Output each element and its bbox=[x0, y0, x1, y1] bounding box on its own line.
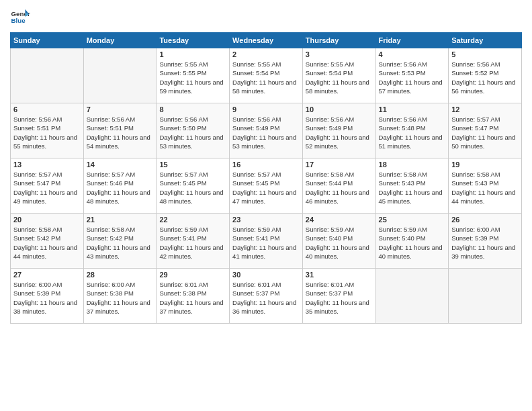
calendar-cell: 27Sunrise: 6:00 AM Sunset: 5:39 PM Dayli… bbox=[11, 269, 84, 324]
day-info: Sunrise: 5:57 AM Sunset: 5:47 PM Dayligh… bbox=[451, 115, 519, 150]
calendar-cell: 29Sunrise: 6:01 AM Sunset: 5:38 PM Dayli… bbox=[157, 269, 230, 324]
day-info: Sunrise: 5:56 AM Sunset: 5:50 PM Dayligh… bbox=[159, 115, 226, 150]
day-info: Sunrise: 5:56 AM Sunset: 5:51 PM Dayligh… bbox=[87, 115, 154, 150]
day-number: 24 bbox=[306, 216, 373, 224]
day-info: Sunrise: 5:58 AM Sunset: 5:42 PM Dayligh… bbox=[87, 225, 154, 261]
calendar-cell: 14Sunrise: 5:57 AM Sunset: 5:46 PM Dayli… bbox=[83, 158, 157, 214]
day-number: 17 bbox=[306, 161, 373, 169]
day-info: Sunrise: 5:59 AM Sunset: 5:41 PM Dayligh… bbox=[159, 225, 226, 261]
calendar-cell: 8Sunrise: 5:56 AM Sunset: 5:50 PM Daylig… bbox=[157, 103, 230, 158]
calendar-cell: 20Sunrise: 5:58 AM Sunset: 5:42 PM Dayli… bbox=[11, 214, 84, 269]
day-info: Sunrise: 6:00 AM Sunset: 5:39 PM Dayligh… bbox=[451, 225, 519, 261]
day-number: 31 bbox=[306, 271, 373, 279]
calendar-cell: 13Sunrise: 5:57 AM Sunset: 5:47 PM Dayli… bbox=[11, 158, 84, 214]
svg-text:Blue: Blue bbox=[11, 17, 26, 24]
calendar-cell: 30Sunrise: 6:01 AM Sunset: 5:37 PM Dayli… bbox=[230, 269, 303, 324]
day-number: 27 bbox=[13, 271, 81, 279]
calendar-cell: 7Sunrise: 5:56 AM Sunset: 5:51 PM Daylig… bbox=[83, 103, 157, 158]
day-info: Sunrise: 5:55 AM Sunset: 5:55 PM Dayligh… bbox=[159, 60, 226, 95]
calendar-cell: 18Sunrise: 5:58 AM Sunset: 5:43 PM Dayli… bbox=[375, 158, 449, 214]
day-info: Sunrise: 5:59 AM Sunset: 5:41 PM Dayligh… bbox=[232, 225, 300, 261]
weekday-header-friday: Friday bbox=[375, 33, 449, 48]
day-info: Sunrise: 5:58 AM Sunset: 5:43 PM Dayligh… bbox=[379, 170, 446, 205]
day-number: 12 bbox=[451, 105, 519, 113]
day-number: 26 bbox=[451, 216, 519, 224]
day-number: 23 bbox=[232, 216, 300, 224]
day-info: Sunrise: 5:57 AM Sunset: 5:46 PM Dayligh… bbox=[87, 170, 154, 205]
day-number: 5 bbox=[451, 50, 519, 58]
day-info: Sunrise: 6:00 AM Sunset: 5:38 PM Dayligh… bbox=[87, 280, 154, 316]
day-number: 8 bbox=[159, 105, 226, 113]
calendar-cell: 19Sunrise: 5:58 AM Sunset: 5:43 PM Dayli… bbox=[449, 158, 522, 214]
day-info: Sunrise: 5:57 AM Sunset: 5:45 PM Dayligh… bbox=[159, 170, 226, 205]
day-number: 14 bbox=[87, 161, 154, 169]
day-number: 4 bbox=[379, 50, 446, 58]
calendar-cell: 16Sunrise: 5:57 AM Sunset: 5:45 PM Dayli… bbox=[230, 158, 303, 214]
weekday-header-tuesday: Tuesday bbox=[157, 33, 230, 48]
calendar-cell: 10Sunrise: 5:56 AM Sunset: 5:49 PM Dayli… bbox=[302, 103, 375, 158]
weekday-header-wednesday: Wednesday bbox=[230, 33, 303, 48]
day-info: Sunrise: 6:00 AM Sunset: 5:39 PM Dayligh… bbox=[13, 280, 81, 316]
day-info: Sunrise: 5:56 AM Sunset: 5:53 PM Dayligh… bbox=[379, 60, 446, 95]
logo-icon: General Blue bbox=[10, 7, 30, 27]
day-info: Sunrise: 5:55 AM Sunset: 5:54 PM Dayligh… bbox=[232, 60, 300, 95]
calendar-cell bbox=[83, 48, 157, 103]
day-info: Sunrise: 6:01 AM Sunset: 5:37 PM Dayligh… bbox=[306, 280, 373, 316]
weekday-header-row: SundayMondayTuesdayWednesdayThursdayFrid… bbox=[11, 33, 522, 48]
header: General Blue bbox=[10, 7, 522, 27]
day-number: 1 bbox=[159, 50, 226, 58]
weekday-header-thursday: Thursday bbox=[302, 33, 375, 48]
logo: General Blue bbox=[10, 7, 33, 27]
calendar-cell bbox=[449, 269, 522, 324]
calendar-table: SundayMondayTuesdayWednesdayThursdayFrid… bbox=[10, 32, 522, 324]
day-number: 11 bbox=[379, 105, 446, 113]
day-info: Sunrise: 5:58 AM Sunset: 5:43 PM Dayligh… bbox=[451, 170, 519, 205]
calendar-cell: 5Sunrise: 5:56 AM Sunset: 5:52 PM Daylig… bbox=[449, 48, 522, 103]
calendar-cell: 26Sunrise: 6:00 AM Sunset: 5:39 PM Dayli… bbox=[449, 214, 522, 269]
calendar-cell: 22Sunrise: 5:59 AM Sunset: 5:41 PM Dayli… bbox=[157, 214, 230, 269]
weekday-header-saturday: Saturday bbox=[449, 33, 522, 48]
day-number: 6 bbox=[13, 105, 81, 113]
day-number: 21 bbox=[87, 216, 154, 224]
day-info: Sunrise: 5:58 AM Sunset: 5:44 PM Dayligh… bbox=[306, 170, 373, 205]
day-info: Sunrise: 5:56 AM Sunset: 5:49 PM Dayligh… bbox=[306, 115, 373, 150]
day-info: Sunrise: 5:56 AM Sunset: 5:48 PM Dayligh… bbox=[379, 115, 446, 150]
day-info: Sunrise: 5:57 AM Sunset: 5:47 PM Dayligh… bbox=[13, 170, 81, 205]
weekday-header-sunday: Sunday bbox=[11, 33, 84, 48]
calendar-cell: 28Sunrise: 6:00 AM Sunset: 5:38 PM Dayli… bbox=[83, 269, 157, 324]
day-number: 18 bbox=[379, 161, 446, 169]
day-info: Sunrise: 5:56 AM Sunset: 5:52 PM Dayligh… bbox=[451, 60, 519, 95]
calendar-cell: 1Sunrise: 5:55 AM Sunset: 5:55 PM Daylig… bbox=[157, 48, 230, 103]
day-info: Sunrise: 6:01 AM Sunset: 5:37 PM Dayligh… bbox=[232, 280, 300, 316]
calendar-week-1: 1Sunrise: 5:55 AM Sunset: 5:55 PM Daylig… bbox=[11, 48, 522, 103]
day-number: 30 bbox=[232, 271, 300, 279]
calendar-cell: 3Sunrise: 5:55 AM Sunset: 5:54 PM Daylig… bbox=[302, 48, 375, 103]
day-info: Sunrise: 5:59 AM Sunset: 5:40 PM Dayligh… bbox=[306, 225, 373, 261]
day-number: 19 bbox=[451, 161, 519, 169]
calendar-cell bbox=[11, 48, 84, 103]
calendar-cell: 31Sunrise: 6:01 AM Sunset: 5:37 PM Dayli… bbox=[302, 269, 375, 324]
calendar-week-4: 20Sunrise: 5:58 AM Sunset: 5:42 PM Dayli… bbox=[11, 214, 522, 269]
day-number: 3 bbox=[306, 50, 373, 58]
calendar-cell: 11Sunrise: 5:56 AM Sunset: 5:48 PM Dayli… bbox=[375, 103, 449, 158]
day-number: 2 bbox=[232, 50, 300, 58]
calendar-week-5: 27Sunrise: 6:00 AM Sunset: 5:39 PM Dayli… bbox=[11, 269, 522, 324]
weekday-header-monday: Monday bbox=[83, 33, 157, 48]
day-number: 10 bbox=[306, 105, 373, 113]
day-number: 29 bbox=[159, 271, 226, 279]
day-number: 25 bbox=[379, 216, 446, 224]
calendar-cell: 23Sunrise: 5:59 AM Sunset: 5:41 PM Dayli… bbox=[230, 214, 303, 269]
day-info: Sunrise: 5:55 AM Sunset: 5:54 PM Dayligh… bbox=[306, 60, 373, 95]
calendar-cell: 4Sunrise: 5:56 AM Sunset: 5:53 PM Daylig… bbox=[375, 48, 449, 103]
day-info: Sunrise: 5:57 AM Sunset: 5:45 PM Dayligh… bbox=[232, 170, 300, 205]
day-info: Sunrise: 6:01 AM Sunset: 5:38 PM Dayligh… bbox=[159, 280, 226, 316]
day-info: Sunrise: 5:56 AM Sunset: 5:49 PM Dayligh… bbox=[232, 115, 300, 150]
calendar-cell: 15Sunrise: 5:57 AM Sunset: 5:45 PM Dayli… bbox=[157, 158, 230, 214]
calendar-cell: 21Sunrise: 5:58 AM Sunset: 5:42 PM Dayli… bbox=[83, 214, 157, 269]
calendar-week-3: 13Sunrise: 5:57 AM Sunset: 5:47 PM Dayli… bbox=[11, 158, 522, 214]
calendar-cell: 17Sunrise: 5:58 AM Sunset: 5:44 PM Dayli… bbox=[302, 158, 375, 214]
day-number: 13 bbox=[13, 161, 81, 169]
day-number: 7 bbox=[87, 105, 154, 113]
calendar-cell: 24Sunrise: 5:59 AM Sunset: 5:40 PM Dayli… bbox=[302, 214, 375, 269]
day-number: 9 bbox=[232, 105, 300, 113]
